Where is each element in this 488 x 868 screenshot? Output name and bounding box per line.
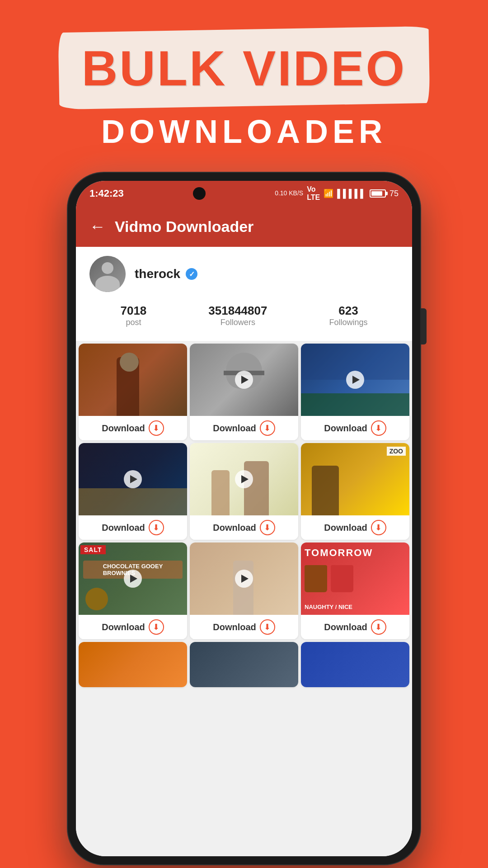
video-thumbnail: SALT CHOCOLATE GOOEYBROWNIES (79, 542, 187, 615)
video-card: Download ⬇ (190, 443, 298, 540)
download-label: Download (102, 423, 145, 434)
stat-followers: 351844807 Followers (208, 304, 267, 327)
download-icon: ⬇ (149, 520, 164, 535)
video-card (301, 642, 409, 687)
play-icon (241, 376, 249, 384)
status-bar: 1:42:23 0.10 KB/S VoLTE 📶 ▌▌▌▌▌ 75 (76, 181, 412, 206)
play-icon (241, 575, 249, 583)
download-icon: ⬇ (371, 619, 386, 635)
download-icon: ⬇ (371, 420, 386, 436)
download-button[interactable]: Download ⬇ (301, 515, 409, 540)
salt-label: SALT (80, 545, 106, 554)
tomorrow-label: TOMORROW (305, 547, 373, 559)
back-button[interactable]: ← (89, 217, 106, 236)
play-button[interactable] (124, 570, 142, 588)
battery-icon (370, 189, 386, 198)
download-icon: ⬇ (371, 520, 386, 535)
download-button[interactable]: Download ⬇ (79, 515, 187, 540)
product-buckets (305, 565, 353, 592)
profile-name-row: therock ✓ (135, 267, 197, 281)
play-icon (130, 475, 137, 483)
play-button[interactable] (235, 371, 253, 389)
video-card (79, 642, 187, 687)
video-card: SALT CHOCOLATE GOOEYBROWNIES Download ⬇ (79, 542, 187, 639)
download-icon: ⬇ (149, 420, 164, 436)
hero-area: BULK VIDEO DOWNLOADER (0, 0, 488, 150)
play-button[interactable] (124, 470, 142, 488)
app-header: ← Vidmo Downloader (76, 206, 412, 247)
video-thumbnail (190, 443, 298, 515)
posts-value: 7018 (120, 304, 146, 318)
video-thumbnail (79, 443, 187, 515)
volte-icon: VoLTE (307, 185, 320, 202)
video-card (190, 642, 298, 687)
phone-screen: 1:42:23 0.10 KB/S VoLTE 📶 ▌▌▌▌▌ 75 ← Vid… (76, 181, 412, 856)
video-thumbnail: ZOO (301, 443, 409, 515)
play-icon (241, 475, 249, 483)
video-thumbnail (190, 542, 298, 615)
video-card: Download ⬇ (79, 443, 187, 540)
signal-bars: ▌▌▌▌▌ (337, 189, 366, 198)
download-label: Download (102, 622, 145, 632)
stat-posts: 7018 post (120, 304, 146, 327)
hero-title: BULK VIDEO (82, 39, 406, 97)
download-icon: ⬇ (260, 619, 275, 635)
video-thumbnail (79, 344, 187, 416)
video-card: Download ⬇ (190, 344, 298, 440)
app-title: Vidmo Downloader (115, 218, 253, 236)
download-label: Download (213, 622, 256, 632)
avatar-image (89, 256, 126, 292)
hero-subtitle: DOWNLOADER (101, 113, 387, 150)
phone-outer: 1:42:23 0.10 KB/S VoLTE 📶 ▌▌▌▌▌ 75 ← Vid… (68, 173, 420, 864)
download-button[interactable]: Download ⬇ (301, 615, 409, 639)
video-card: TOMORROW NAUGHTY / NICE Download ⬇ (301, 542, 409, 639)
download-label: Download (324, 523, 367, 533)
stats-row: 7018 post 351844807 Followers 623 Follow… (89, 299, 399, 332)
video-thumbnail (79, 642, 187, 687)
video-thumbnail (301, 642, 409, 687)
naughty-nice-label: NAUGHTY / NICE (305, 604, 352, 610)
play-button[interactable] (235, 570, 253, 588)
bucket-icon (85, 588, 108, 610)
download-button[interactable]: Download ⬇ (190, 416, 298, 440)
download-label: Download (324, 622, 367, 632)
profile-row: therock ✓ (89, 256, 399, 292)
download-button[interactable]: Download ⬇ (79, 615, 187, 639)
video-grid-area: Download ⬇ (76, 341, 412, 856)
profile-section: therock ✓ 7018 post 351844807 Followers (76, 247, 412, 341)
video-thumbnail (190, 642, 298, 687)
network-speed: 0.10 KB/S (275, 190, 303, 197)
followers-label: Followers (221, 318, 255, 327)
followers-value: 351844807 (208, 304, 267, 318)
brush-stroke: BULK VIDEO (59, 27, 429, 108)
download-label: Download (213, 423, 256, 434)
following-value: 623 (338, 304, 358, 318)
phone-mockup: 1:42:23 0.10 KB/S VoLTE 📶 ▌▌▌▌▌ 75 ← Vid… (68, 173, 420, 864)
zoo-label: ZOO (387, 447, 406, 456)
download-button[interactable]: Download ⬇ (79, 416, 187, 440)
verified-badge: ✓ (186, 268, 197, 280)
status-icons: 0.10 KB/S VoLTE 📶 ▌▌▌▌▌ 75 (275, 185, 399, 202)
signal-icon: 📶 (324, 189, 333, 198)
video-card: Download ⬇ (301, 344, 409, 440)
play-button[interactable] (235, 470, 253, 488)
stat-following: 623 Followings (329, 304, 367, 327)
download-button[interactable]: Download ⬇ (190, 515, 298, 540)
video-thumbnail: TOMORROW NAUGHTY / NICE (301, 542, 409, 615)
download-icon: ⬇ (260, 420, 275, 436)
status-time: 1:42:23 (89, 188, 124, 199)
play-icon (130, 575, 137, 583)
battery-level: 75 (389, 189, 399, 198)
play-icon (352, 376, 360, 384)
battery-fill (371, 191, 382, 196)
video-card: ZOO Download ⬇ (301, 443, 409, 540)
verified-check-icon: ✓ (189, 270, 195, 278)
posts-label: post (126, 318, 141, 327)
video-thumbnail (301, 344, 409, 416)
download-button[interactable]: Download ⬇ (301, 416, 409, 440)
download-icon: ⬇ (260, 520, 275, 535)
play-button[interactable] (346, 371, 364, 389)
video-card: Download ⬇ (79, 344, 187, 440)
profile-username: therock (135, 267, 180, 281)
download-button[interactable]: Download ⬇ (190, 615, 298, 639)
